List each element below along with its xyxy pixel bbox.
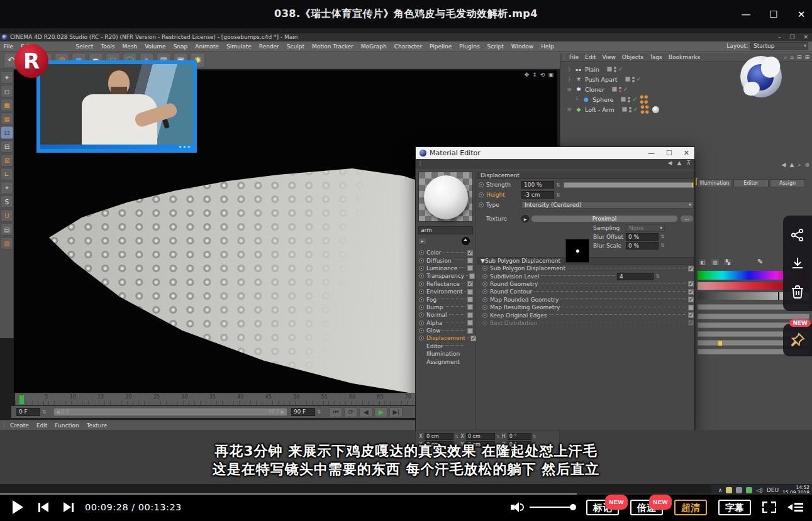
object-state-toggles[interactable]: ✓ [621, 97, 637, 102]
goto-start-icon[interactable]: ⏮ [329, 407, 342, 417]
tray-language[interactable]: DEU [767, 487, 779, 493]
spd-checkbox[interactable] [688, 320, 694, 326]
spd-value[interactable]: 4 [617, 273, 653, 280]
volume-icon[interactable] [511, 502, 525, 513]
expand-preview-icon[interactable]: ▸ [418, 238, 426, 244]
spd-checkbox[interactable] [688, 281, 694, 287]
om-menu-item[interactable]: File [569, 54, 579, 60]
spd-checkbox[interactable] [688, 289, 694, 295]
minimize-panel-icon[interactable]: ⊟ [797, 54, 802, 61]
spd-row[interactable]: Subdivision Level 4 ⇅ [482, 272, 694, 280]
next-episode-icon[interactable] [64, 502, 74, 512]
share-icon[interactable] [790, 228, 805, 243]
channel-row[interactable]: Glow [416, 327, 476, 334]
volume-knob[interactable] [570, 504, 576, 510]
tray-expand-icon[interactable]: ∧ [718, 487, 723, 493]
color-mixer-icon[interactable]: ▚ [723, 258, 732, 266]
next-key-icon[interactable]: ▶| [389, 407, 403, 417]
edges-mode-icon[interactable]: ⊟ [1, 140, 13, 153]
channel-checkbox[interactable] [469, 273, 475, 279]
spd-row[interactable]: Round Contour ⇅ [482, 288, 694, 295]
c4d-close-icon[interactable]: ✕ [803, 33, 808, 41]
object-state-toggles[interactable]: ✓ [622, 107, 638, 112]
spd-checkbox[interactable] [688, 297, 694, 302]
strength-value[interactable]: 100 % [521, 181, 554, 189]
maximize-icon[interactable]: ☐ [768, 9, 779, 20]
trash-icon[interactable] [791, 284, 804, 299]
attribute-tab[interactable]: Editor [733, 179, 769, 187]
layout-select[interactable]: Startup [750, 42, 808, 50]
menu-item[interactable]: Animate [191, 43, 223, 50]
channel-radio[interactable] [419, 336, 424, 341]
channel-row[interactable]: Alpha [416, 319, 476, 327]
blur-scale-value[interactable]: 0 % [626, 242, 659, 250]
channel-checkbox[interactable] [467, 250, 473, 256]
object-state-toggles[interactable]: ✓ [607, 67, 623, 72]
speed-button[interactable]: 倍速NEW [630, 500, 663, 515]
material-name-field[interactable]: arm [418, 226, 473, 234]
channel-radio[interactable] [419, 258, 424, 263]
snap-s-icon[interactable]: S [1, 195, 13, 208]
history-up-icon[interactable]: ▲ [677, 160, 681, 166]
texture-browse-button[interactable]: ... [680, 215, 694, 222]
back-icon[interactable]: ◀ [782, 162, 786, 168]
menu-item[interactable]: Sculpt [283, 43, 308, 50]
object-name[interactable]: Sphere [592, 96, 613, 103]
channel-checkbox[interactable] [467, 265, 473, 271]
close-icon[interactable]: ✕ [796, 9, 807, 20]
texture-mode-icon[interactable]: ▩ [1, 99, 13, 111]
spd-row[interactable]: Round Geometry ⇅ [482, 280, 694, 288]
channel-row[interactable]: Environment [416, 288, 476, 295]
workplane-mode-icon[interactable]: ▦ [1, 112, 13, 125]
timeline-ruler[interactable]: 0510152025303540455055606570 [15, 393, 415, 405]
spd-row[interactable]: Best Distribution ⇅ [482, 319, 694, 327]
menu-item[interactable]: Mesh [118, 43, 141, 50]
timeline-playhead[interactable] [19, 395, 25, 405]
play-icon[interactable] [13, 500, 23, 514]
preview-type-icon[interactable] [462, 237, 470, 245]
me-maximize-icon[interactable]: ☐ [666, 149, 672, 157]
spd-checkbox[interactable] [688, 305, 694, 310]
om-menu-item[interactable]: Tags [650, 54, 662, 60]
menu-item[interactable]: Select [72, 43, 97, 50]
object-row[interactable]: ⊞ Cloner ✓ ●●●● [564, 84, 812, 94]
texture-thumbnail[interactable] [565, 239, 589, 263]
channel-row[interactable]: Luminance [416, 265, 476, 272]
channel-row[interactable]: Illumination [416, 350, 476, 358]
playlist-icon[interactable] [787, 503, 803, 512]
object-row[interactable]: ├ Plain ✓ ●●●● [564, 64, 812, 74]
material-tag[interactable] [652, 106, 659, 113]
pin-action[interactable]: NEW [783, 324, 812, 356]
channel-checkbox[interactable] [467, 320, 473, 326]
menu-item[interactable]: File [0, 43, 17, 50]
eyedropper-icon[interactable]: ✎ [757, 258, 763, 266]
channel-row[interactable]: Transparency [416, 272, 476, 280]
object-row[interactable]: ⊞ Loft - Arm ✓ ●●●● [564, 104, 812, 114]
channel-row[interactable]: Assignment [416, 358, 476, 365]
menu-item[interactable]: Character [391, 43, 426, 50]
axis-mode-icon[interactable]: ∟ [1, 168, 13, 180]
make-editable-icon[interactable]: ✦ [1, 71, 13, 84]
channel-radio[interactable] [419, 328, 424, 333]
object-name[interactable]: Loft - Arm [585, 106, 615, 113]
channel-checkbox[interactable] [467, 312, 473, 318]
channel-checkbox[interactable] [467, 328, 473, 334]
channel-radio[interactable] [419, 282, 424, 287]
texture-shader[interactable]: Proximal [531, 215, 678, 222]
snap-magnet-icon[interactable]: U [1, 209, 13, 222]
coord-field[interactable]: 0 cm [466, 433, 495, 440]
timeline-menu-item[interactable]: Edit [36, 422, 47, 429]
menu-item[interactable]: MoGraph [357, 43, 391, 50]
attribute-tab[interactable]: Assign [770, 179, 805, 187]
workplane-lock-icon[interactable]: ▤ [1, 223, 13, 236]
menu-item[interactable]: Script [484, 43, 508, 50]
object-tags[interactable]: ●●●● [640, 104, 649, 114]
blur-offset-value[interactable]: 0 % [626, 233, 659, 241]
prev-episode-icon[interactable] [38, 502, 48, 512]
channel-radio[interactable] [419, 297, 424, 302]
lock-icon[interactable]: ⊼ [686, 160, 691, 166]
up-icon[interactable]: ▲ [789, 162, 794, 168]
model-mode-icon[interactable]: ◻ [1, 85, 13, 97]
home-icon[interactable]: ⌂ [790, 54, 794, 61]
channel-radio[interactable] [419, 289, 424, 294]
